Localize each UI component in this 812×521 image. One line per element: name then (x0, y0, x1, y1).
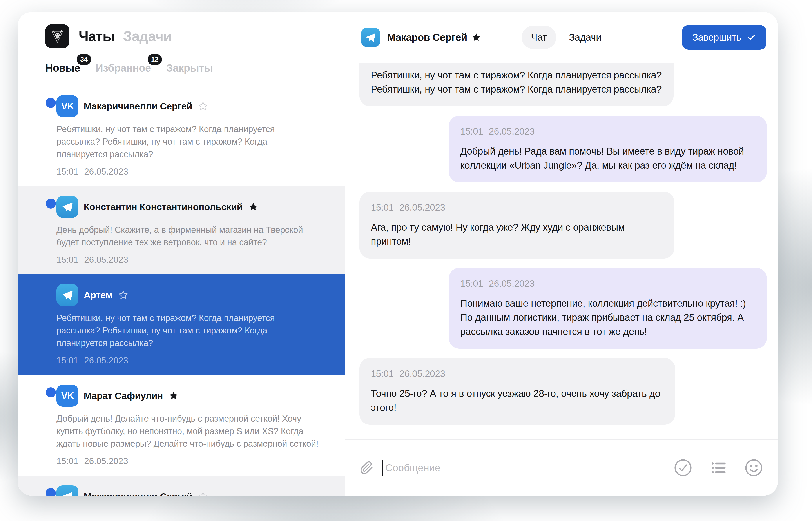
chat-preview: Ребятишки, ну чот там с тиражом? Когда п… (56, 123, 319, 160)
tab-tasks[interactable]: Задачи (569, 32, 601, 43)
message-time: 15:01 (371, 367, 394, 381)
composer-actions (674, 458, 763, 477)
chat-list-item[interactable]: Макаричивелли Сергей Ребятишки, ну чот т… (18, 476, 345, 496)
chat-timestamp: 15:01 26.05.2023 (56, 356, 319, 365)
chat-timestamp: 15:01 26.05.2023 (56, 255, 319, 265)
paperclip-icon[interactable] (360, 461, 374, 475)
smiley-icon[interactable] (744, 458, 763, 477)
favorite-star-icon[interactable] (118, 290, 128, 300)
message-date: 26.05.2023 (489, 124, 534, 138)
telegram-channel-icon (56, 485, 78, 496)
chat-time: 15:01 (56, 167, 78, 177)
conversation-mode-tabs: Чат Задачи (522, 26, 601, 49)
message-text: Понимаю ваше нетерпение, коллекция дейст… (460, 296, 755, 339)
message-composer: Сообщение (345, 439, 778, 496)
filter-tab-closed-label: Закрыты (166, 62, 213, 74)
filter-tab-favorites-badge: 12 (148, 54, 162, 65)
filter-tab-favorites[interactable]: Избранное 12 (96, 62, 151, 74)
chat-date: 26.05.2023 (84, 456, 128, 466)
chat-list-item[interactable]: VK Макаричивелли Сергей Ребятишки, ну чо… (18, 86, 345, 186)
favorite-star-icon[interactable] (471, 32, 481, 42)
message-text: Точно 25-го? А то я в отпуск уезжаю 28-г… (371, 386, 664, 415)
message-input[interactable]: Сообщение (385, 462, 440, 474)
message-text: Ребятишки, ну чот там с тиражом? Когда п… (371, 68, 662, 96)
filter-tab-closed[interactable]: Закрыты (166, 62, 213, 74)
favorite-star-icon[interactable] (168, 391, 178, 401)
message-text: Добрый день! Рада вам помочь! Вы имеете … (460, 144, 755, 172)
filter-tab-new-label: Новые (45, 62, 80, 74)
telegram-channel-icon (361, 28, 380, 47)
favorite-star-icon[interactable] (198, 491, 208, 496)
incoming-message: Ребятишки, ну чот там с тиражом? Когда п… (359, 63, 674, 106)
filter-tab-favorites-label: Избранное (96, 62, 151, 74)
contact-name: Макаров Сергей (387, 31, 467, 43)
outgoing-message: 15:01 26.05.2023 Понимаю ваше нетерпение… (449, 268, 767, 349)
chat-preview: Добрый день! Делайте что-нибудь с размер… (56, 412, 319, 450)
nav-tab-chats[interactable]: Чаты (79, 28, 115, 44)
vk-glyph: VK (61, 101, 74, 112)
chat-timestamp: 15:01 26.05.2023 (56, 456, 319, 466)
chat-time: 15:01 (56, 255, 78, 265)
message-date: 26.05.2023 (489, 276, 534, 291)
unread-indicator (46, 387, 56, 398)
chat-time: 15:01 (56, 356, 78, 365)
tab-chat[interactable]: Чат (522, 26, 556, 49)
vk-channel-icon: VK (56, 95, 78, 117)
message-date: 26.05.2023 (400, 367, 445, 381)
chat-list-item[interactable]: Константин Константинопольский День добр… (18, 186, 345, 274)
chat-name: Константин Константинопольский (84, 202, 242, 212)
chat-list: VK Макаричивелли Сергей Ребятишки, ну чо… (18, 86, 345, 496)
incoming-message: 15:01 26.05.2023 Ага, про ту самую! Ну к… (359, 192, 674, 258)
checkmark-icon (746, 32, 756, 42)
message-timestamp: 15:01 26.05.2023 (371, 201, 663, 214)
chat-timestamp: 15:01 26.05.2023 (56, 167, 319, 177)
chat-name: Макаричивелли Сергей (84, 491, 192, 496)
message-timestamp: 15:01 26.05.2023 (371, 367, 664, 381)
sidebar: Чаты Задачи Новые 34 Избранное 12 Закрыт… (18, 12, 345, 496)
check-circle-icon[interactable] (674, 458, 692, 477)
message-timestamp: 15:01 26.05.2023 (460, 124, 755, 138)
app-window: Чаты Задачи Новые 34 Избранное 12 Закрыт… (18, 12, 778, 496)
filter-tab-new-badge: 34 (77, 54, 91, 65)
chat-time: 15:01 (56, 456, 78, 466)
chat-date: 26.05.2023 (84, 356, 128, 365)
telegram-channel-icon (56, 284, 78, 306)
app-nav-tabs: Чаты Задачи (79, 28, 172, 44)
unread-indicator (46, 488, 56, 496)
chat-name: Артем (84, 290, 113, 300)
nav-tab-tasks[interactable]: Задачи (123, 28, 172, 44)
conversation-pane: Макаров Сергей Чат Задачи Завершить Ребя… (345, 12, 778, 496)
vk-glyph: VK (61, 390, 74, 401)
telegram-channel-icon (56, 196, 78, 218)
chat-date: 26.05.2023 (84, 167, 128, 177)
message-history[interactable]: Ребятишки, ну чот там с тиражом? Когда п… (345, 63, 778, 439)
unread-indicator (46, 98, 56, 108)
favorite-star-icon[interactable] (248, 202, 258, 212)
text-cursor (382, 460, 383, 476)
chat-filter-tabs: Новые 34 Избранное 12 Закрыты (45, 62, 345, 74)
message-text: Ага, про ту самую! Ну когда уже? Жду худ… (371, 220, 663, 248)
conversation-header: Макаров Сергей Чат Задачи Завершить (345, 12, 778, 63)
bullet-list-icon[interactable] (710, 459, 727, 477)
filter-tab-new[interactable]: Новые 34 (45, 62, 80, 74)
message-timestamp: 15:01 26.05.2023 (460, 276, 755, 291)
chat-name: Марат Сафиулин (84, 390, 163, 401)
favorite-star-icon[interactable] (198, 101, 208, 111)
unread-indicator (46, 199, 56, 209)
incoming-message: 15:01 26.05.2023 Точно 25-го? А то я в о… (359, 358, 675, 425)
message-time: 15:01 (460, 124, 483, 138)
finish-button[interactable]: Завершить (682, 25, 766, 50)
brand-logo (45, 24, 69, 48)
chat-preview: Ребятишки, ну чот там с тиражом? Когда п… (56, 312, 319, 349)
chat-list-item[interactable]: VK Марат Сафиулин Добрый день! Делайте ч… (18, 375, 345, 476)
message-time: 15:01 (371, 201, 394, 214)
chat-name: Макаричивелли Сергей (84, 101, 192, 112)
outgoing-message: 15:01 26.05.2023 Добрый день! Рада вам п… (449, 116, 767, 182)
skull-goat-icon (49, 28, 66, 45)
chat-list-item-selected[interactable]: Артем Ребятишки, ну чот там с тиражом? К… (18, 274, 345, 375)
chat-preview: День добрый! Скажите, а в фирменный мага… (56, 224, 319, 249)
vk-channel-icon: VK (56, 385, 78, 407)
sidebar-header: Чаты Задачи (18, 12, 345, 48)
finish-button-label: Завершить (692, 32, 741, 43)
message-time: 15:01 (460, 276, 483, 291)
